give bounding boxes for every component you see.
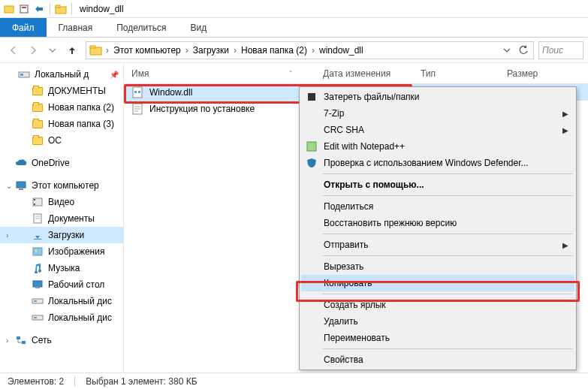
breadcrumb-item[interactable]: window_dll [316,45,366,56]
tree-label: Документы [48,213,95,224]
svg-rect-21 [35,288,40,288]
folder-icon [32,134,44,146]
tab-view[interactable]: Вид [178,18,219,37]
separator [322,348,573,349]
tree-item-localdisk-1[interactable]: Локальный дис [0,293,123,309]
sort-indicator-icon: ˄ [289,70,293,77]
pin-icon: 📌 [110,71,119,79]
nav-back-button[interactable] [5,41,23,59]
address-bar[interactable]: › Этот компьютер › Загрузки › Новая папк… [86,41,534,59]
svg-point-19 [35,250,38,252]
ctx-copy[interactable]: Копировать [301,275,574,291]
svg-rect-18 [33,248,42,255]
ctx-7zip[interactable]: 7-Zip▶ [301,105,574,122]
svg-rect-10 [19,188,23,190]
tree-item-downloads[interactable]: ›Загрузки [0,227,123,243]
tree-item-newfolder3[interactable]: Новая папка (3) [0,116,123,132]
breadcrumb-item[interactable]: Новая папка (2) [238,45,310,56]
ctx-rename[interactable]: Переименовать [301,330,574,346]
separator [322,234,573,234]
column-type[interactable]: Тип [413,68,499,79]
separator [50,3,50,15]
tree-item-documents[interactable]: ДОКУМЕНТЫ [0,83,123,99]
qat-newfolder-icon[interactable] [33,3,45,15]
tab-home[interactable]: Главная [47,18,105,37]
column-size[interactable]: Размер [499,68,574,79]
notepadpp-icon [306,140,318,152]
ctx-create-shortcut[interactable]: Создать ярлык [301,297,574,313]
tree-this-pc[interactable]: ⌄ Этот компьютер [0,177,123,194]
ctx-shred[interactable]: Затереть файлы/папки [301,89,574,105]
tab-share[interactable]: Поделиться [104,18,178,37]
tree-item-music[interactable]: Музыка [0,260,123,276]
status-selection: Выбран 1 элемент: 380 КБ [86,376,197,387]
ctx-crcsha[interactable]: CRC SHA▶ [301,122,574,138]
tree-item-localdisk-2[interactable]: Локальный дис [0,309,123,326]
title-bar: window_dll [0,0,588,18]
tree-quick-access[interactable]: Локальный д 📌 [0,66,123,83]
tab-file[interactable]: Файл [0,18,47,37]
column-label: Имя [131,68,149,79]
refresh-button[interactable] [515,42,532,59]
ctx-share[interactable]: Поделиться [301,198,574,215]
tree-item-documents[interactable]: Документы [0,210,123,227]
tree-item-desktop[interactable]: Рабочий стол [0,276,123,293]
search-placeholder: Поис [542,45,563,56]
ctx-restore[interactable]: Восстановить прежнюю версию [301,215,574,231]
system-menu-icon[interactable] [3,3,15,15]
status-item-count: Элементов: 2 [8,376,64,387]
ctx-label: CRC SHA [324,125,364,135]
tree-label: Загрузки [48,230,84,240]
chevron-right-icon[interactable]: › [104,45,110,56]
tree-item-pictures[interactable]: Изображения [0,243,123,260]
column-date[interactable]: Дата изменения [315,68,413,79]
window-title: window_dll [80,4,124,14]
expander-icon[interactable]: › [6,336,14,345]
tab-share-label: Поделиться [116,23,166,33]
ctx-notepadpp[interactable]: Edit with Notepad++ [301,138,574,155]
ctx-properties[interactable]: Свойства [301,351,574,368]
ctx-label: Поделиться [324,201,373,212]
tree-network[interactable]: › Сеть [0,332,123,348]
nav-up-button[interactable] [63,41,81,59]
folder-icon [32,118,44,130]
svg-rect-35 [308,93,315,101]
tree-label: ОС [48,135,62,146]
navigation-bar: › Этот компьютер › Загрузки › Новая папк… [0,38,588,63]
ctx-cut[interactable]: Вырезать [301,258,574,275]
drive-icon [18,68,30,80]
file-name: Инструкция по установке [149,104,255,114]
separator [322,294,573,294]
cloud-icon [15,157,27,169]
column-label: Тип [421,68,436,79]
ctx-send-to[interactable]: Отправить▶ [301,237,574,253]
chevron-right-icon[interactable]: › [184,45,190,56]
expander-icon[interactable]: › [6,231,14,240]
svg-rect-13 [34,204,35,205]
tree-onedrive[interactable]: OneDrive [0,155,123,171]
tree-item-os[interactable]: ОС [0,132,123,149]
nav-forward-button[interactable] [24,41,42,59]
tab-file-label: Файл [12,23,35,33]
column-name[interactable]: Имя˄ [124,68,315,79]
folder-icon [55,3,67,15]
tree-item-videos[interactable]: Видео [0,194,123,210]
search-input[interactable]: Поис [538,41,583,59]
address-dropdown-button[interactable] [499,42,515,59]
ctx-label: Вырезать [324,261,363,272]
ctx-open-with[interactable]: Открыть с помощью... [301,176,574,193]
nav-recent-button[interactable] [44,41,62,59]
ctx-delete[interactable]: Удалить [301,313,574,330]
separator [74,376,75,387]
text-file-icon [131,103,143,115]
dll-file-icon [131,86,143,98]
chevron-right-icon[interactable]: › [310,45,316,56]
chevron-right-icon[interactable]: › [232,45,238,56]
breadcrumb-item[interactable]: Загрузки [190,45,232,56]
expander-icon[interactable]: ⌄ [6,182,14,190]
svg-rect-6 [90,46,95,48]
tree-item-newfolder2[interactable]: Новая папка (2) [0,99,123,116]
breadcrumb-item[interactable]: Этот компьютер [110,45,184,56]
qat-properties-icon[interactable] [18,3,30,15]
ctx-defender[interactable]: Проверка с использованием Windows Defend… [301,155,574,171]
